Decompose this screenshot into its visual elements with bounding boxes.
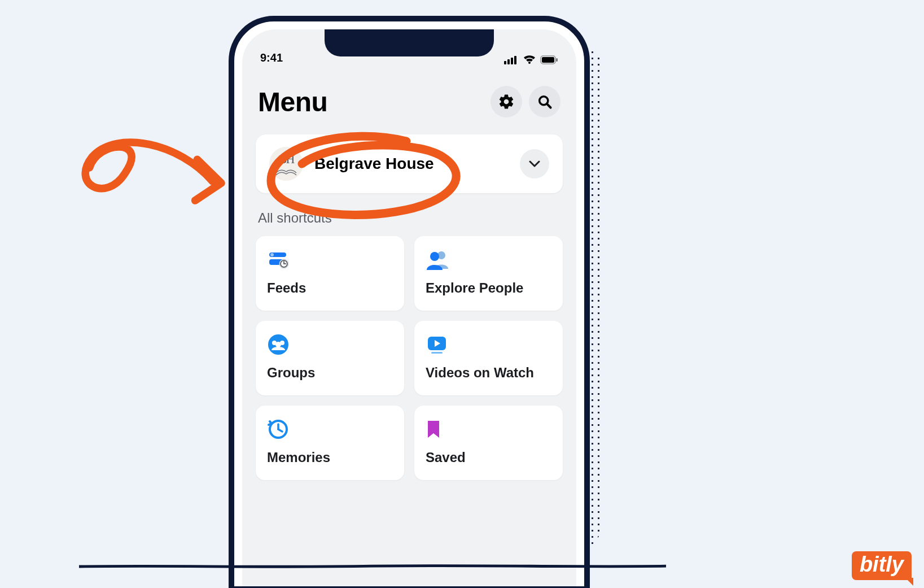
- avatar-initials: BH: [279, 152, 294, 167]
- tile-label: Explore People: [426, 280, 551, 296]
- svg-rect-1: [507, 59, 510, 64]
- tile-videos-watch[interactable]: Videos on Watch: [414, 321, 563, 395]
- chevron-down-icon: [529, 160, 540, 167]
- svg-rect-2: [511, 58, 513, 64]
- video-icon: [426, 333, 449, 356]
- bitly-text: bitly: [860, 552, 904, 576]
- groups-icon: [267, 333, 290, 356]
- account-switcher[interactable]: BH Belgrave House: [256, 134, 563, 193]
- signal-icon: [504, 55, 519, 64]
- svg-rect-6: [542, 57, 554, 63]
- tile-memories[interactable]: Memories: [256, 406, 404, 480]
- svg-point-18: [430, 252, 439, 261]
- avatar: BH: [269, 147, 303, 181]
- phone-notch: [325, 29, 494, 56]
- tile-label: Groups: [267, 365, 393, 381]
- search-icon: [537, 94, 553, 110]
- svg-rect-0: [504, 61, 506, 64]
- bitly-badge: bitly: [852, 551, 912, 580]
- svg-rect-24: [431, 352, 443, 354]
- search-button[interactable]: [529, 86, 560, 117]
- svg-rect-7: [556, 58, 558, 62]
- phone-frame: 9:41: [229, 16, 590, 588]
- wifi-icon: [523, 55, 536, 64]
- people-icon: [426, 249, 450, 271]
- bookmark-icon: [426, 419, 441, 440]
- ground-line: [79, 564, 666, 569]
- svg-point-11: [270, 253, 274, 256]
- phone-screen: 9:41: [242, 29, 576, 586]
- svg-point-4: [528, 62, 531, 64]
- settings-button[interactable]: [491, 86, 522, 117]
- status-time: 9:41: [260, 51, 283, 64]
- account-expand-button[interactable]: [520, 149, 549, 178]
- gear-icon: [498, 93, 515, 110]
- tile-label: Feeds: [267, 280, 393, 296]
- account-name: Belgrave House: [314, 155, 434, 173]
- book-icon: [275, 167, 297, 176]
- shortcuts-grid: Feeds Explore People: [242, 236, 576, 480]
- section-label: All shortcuts: [242, 193, 576, 236]
- memories-icon: [267, 418, 290, 441]
- menu-header: Menu: [242, 64, 576, 134]
- annotation-arrow: [65, 113, 240, 272]
- tile-label: Memories: [267, 450, 393, 465]
- feeds-icon: [267, 248, 291, 272]
- svg-line-27: [278, 429, 282, 432]
- svg-line-9: [548, 104, 551, 108]
- battery-icon: [540, 55, 558, 64]
- svg-point-22: [275, 342, 281, 347]
- tile-saved[interactable]: Saved: [414, 406, 563, 480]
- svg-rect-3: [514, 56, 516, 64]
- tile-feeds[interactable]: Feeds: [256, 236, 404, 311]
- tile-label: Saved: [426, 450, 551, 465]
- tile-explore-people[interactable]: Explore People: [414, 236, 563, 311]
- page-title: Menu: [258, 86, 327, 117]
- tile-groups[interactable]: Groups: [256, 321, 404, 395]
- tile-label: Videos on Watch: [426, 365, 551, 381]
